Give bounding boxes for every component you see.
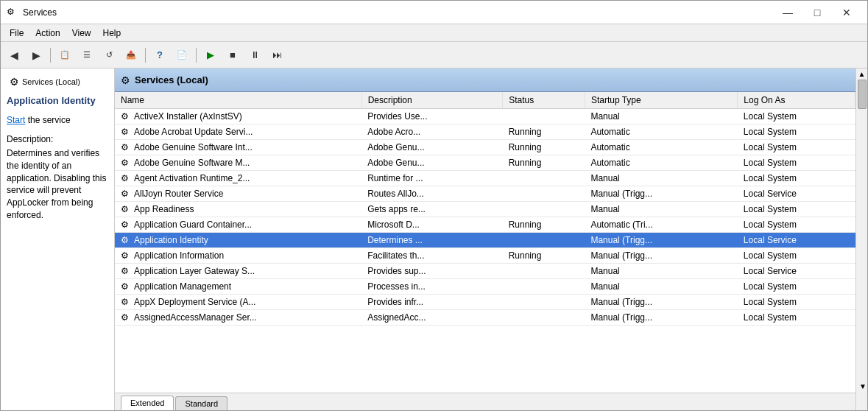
- service-icon: ⚙: [121, 189, 131, 199]
- help-button[interactable]: ?: [149, 45, 170, 66]
- service-name-cell: ⚙Application Guard Container...: [115, 217, 361, 233]
- table-row[interactable]: ⚙Application Guard Container...Microsoft…: [115, 217, 855, 233]
- service-status-cell: [503, 171, 585, 186]
- col-header-logon[interactable]: Log On As: [738, 92, 855, 109]
- menu-file[interactable]: File: [4, 27, 29, 40]
- services-table-container[interactable]: Name Description Status Startup Type Log…: [115, 92, 855, 393]
- table-row[interactable]: ⚙Application ManagementProcesses in...Ma…: [115, 279, 855, 295]
- service-desc-cell: AssignedAcc...: [361, 310, 503, 326]
- show-hide-button[interactable]: 📋: [54, 45, 75, 66]
- service-startup-cell: Automatic: [585, 124, 737, 140]
- properties-button[interactable]: 📄: [172, 45, 192, 66]
- service-name-cell: ⚙App Readiness: [115, 202, 361, 217]
- table-row[interactable]: ⚙Adobe Genuine Software M...Adobe Genu..…: [115, 155, 855, 171]
- app-icon: ⚙: [7, 7, 18, 18]
- service-name-cell: ⚙Adobe Genuine Software Int...: [115, 140, 361, 155]
- service-status-cell: [503, 233, 585, 248]
- service-desc-cell: Provides infr...: [361, 295, 503, 310]
- service-desc-cell: Microsoft D...: [361, 217, 503, 233]
- service-status-cell: [503, 310, 585, 326]
- scrollbar-area[interactable]: ▲ ▼: [855, 68, 867, 410]
- service-startup-cell: Manual: [585, 109, 737, 124]
- service-icon: ⚙: [121, 266, 131, 276]
- window-controls: — □ ✕: [773, 2, 861, 23]
- table-row[interactable]: ⚙Adobe Genuine Software Int...Adobe Genu…: [115, 140, 855, 155]
- service-icon: ⚙: [121, 127, 131, 137]
- service-startup-cell: Manual (Trigg...: [585, 310, 737, 326]
- service-status-cell: Running: [503, 155, 585, 171]
- service-name-cell: ⚙Application Information: [115, 248, 361, 264]
- refresh-button[interactable]: ↺: [99, 45, 119, 66]
- col-header-startup[interactable]: Startup Type: [585, 92, 737, 109]
- service-icon: ⚙: [121, 158, 131, 168]
- scrollbar-up-arrow[interactable]: ▲: [858, 70, 866, 78]
- table-row[interactable]: ⚙Agent Activation Runtime_2...Runtime fo…: [115, 171, 855, 186]
- service-logon-cell: Local System: [738, 140, 855, 155]
- table-row[interactable]: ⚙AssignedAccessManager Ser...AssignedAcc…: [115, 310, 855, 326]
- service-logon-cell: Local System: [738, 109, 855, 124]
- start-service-suffix: the service: [25, 115, 70, 125]
- table-row[interactable]: ⚙Application InformationFacilitates th..…: [115, 248, 855, 264]
- menu-view[interactable]: View: [66, 27, 97, 40]
- tab-standard[interactable]: Standard: [175, 396, 227, 410]
- table-row[interactable]: ⚙Adobe Acrobat Update Servi...Adobe Acro…: [115, 124, 855, 140]
- table-row[interactable]: ⚙ActiveX Installer (AxInstSV)Provides Us…: [115, 109, 855, 124]
- toolbar-separator-1: [50, 48, 51, 63]
- table-header-row: Name Description Status Startup Type Log…: [115, 92, 855, 109]
- restart-service-button[interactable]: ⏭: [267, 45, 287, 66]
- back-button[interactable]: ◀: [4, 45, 24, 66]
- service-startup-cell: Manual: [585, 202, 737, 217]
- table-row[interactable]: ⚙Application Layer Gateway S...Provides …: [115, 264, 855, 279]
- table-row[interactable]: ⚙App ReadinessGets apps re...ManualLocal…: [115, 202, 855, 217]
- service-name-cell: ⚙Adobe Acrobat Update Servi...: [115, 124, 361, 140]
- toolbar-separator-3: [196, 48, 197, 63]
- table-row[interactable]: ⚙AppX Deployment Service (A...Provides i…: [115, 295, 855, 310]
- service-name-cell: ⚙Application Layer Gateway S...: [115, 264, 361, 279]
- service-logon-cell: Local System: [738, 310, 855, 326]
- start-service-area: Start the service: [7, 115, 108, 125]
- col-header-name[interactable]: Name: [115, 92, 361, 109]
- minimize-button[interactable]: —: [773, 2, 802, 23]
- list-button[interactable]: ☰: [77, 45, 97, 66]
- menu-help[interactable]: Help: [97, 27, 127, 40]
- forward-button[interactable]: ▶: [26, 45, 46, 66]
- services-local-icon: ⚙: [10, 76, 19, 88]
- toolbar-separator-2: [145, 48, 146, 63]
- service-status-cell: Running: [503, 248, 585, 264]
- service-name-cell: ⚙ActiveX Installer (AxInstSV): [115, 109, 361, 124]
- toolbar: ◀ ▶ 📋 ☰ ↺ 📤 ? 📄 ▶ ■ ⏸ ⏭: [1, 42, 867, 68]
- start-service-link[interactable]: Start: [7, 115, 25, 125]
- table-row[interactable]: ⚙AllJoyn Router ServiceRoutes AllJo...Ma…: [115, 186, 855, 202]
- service-startup-cell: Manual: [585, 264, 737, 279]
- stop-service-button[interactable]: ■: [222, 45, 243, 66]
- service-desc-cell: Determines ...: [361, 233, 503, 248]
- service-icon: ⚙: [121, 173, 131, 183]
- service-startup-cell: Manual: [585, 279, 737, 295]
- service-name-cell: ⚙Adobe Genuine Software M...: [115, 155, 361, 171]
- service-desc-cell: Gets apps re...: [361, 202, 503, 217]
- scrollbar-thumb[interactable]: [858, 80, 867, 109]
- maximize-button[interactable]: □: [802, 2, 832, 23]
- service-startup-cell: Automatic (Tri...: [585, 217, 737, 233]
- col-header-description[interactable]: Description: [361, 92, 503, 109]
- start-service-button[interactable]: ▶: [200, 45, 221, 66]
- services-local-label[interactable]: Services (Local): [22, 77, 80, 86]
- table-row[interactable]: ⚙Application IdentityDetermines ...Manua…: [115, 233, 855, 248]
- menu-action[interactable]: Action: [29, 27, 66, 40]
- service-startup-cell: Manual (Trigg...: [585, 233, 737, 248]
- col-header-status[interactable]: Status: [503, 92, 585, 109]
- services-local-nav[interactable]: ⚙ Services (Local): [7, 74, 108, 89]
- close-button[interactable]: ✕: [832, 2, 861, 23]
- panel-header-title: Services (Local): [135, 74, 208, 85]
- service-logon-cell: Local Service: [738, 264, 855, 279]
- service-icon: ⚙: [121, 235, 131, 245]
- service-logon-cell: Local System: [738, 217, 855, 233]
- tab-extended[interactable]: Extended: [121, 396, 174, 410]
- service-logon-cell: Local System: [738, 295, 855, 310]
- service-status-cell: Running: [503, 124, 585, 140]
- export-button[interactable]: 📤: [121, 45, 141, 66]
- service-startup-cell: Manual: [585, 171, 737, 186]
- service-logon-cell: Local System: [738, 124, 855, 140]
- pause-service-button[interactable]: ⏸: [244, 45, 265, 66]
- scrollbar-down-arrow[interactable]: ▼: [859, 382, 867, 390]
